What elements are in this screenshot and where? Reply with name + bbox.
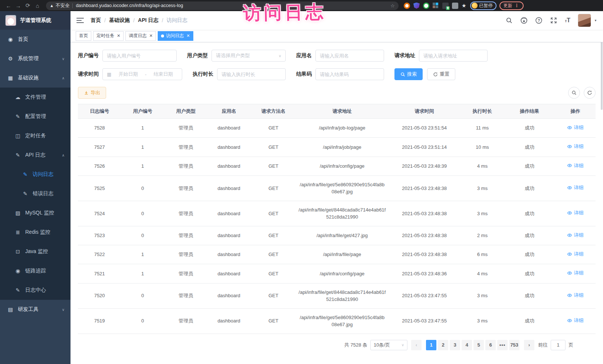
address-bar[interactable]: ▲ 不安全 dashboard.yudao.iocoder.cn/infra/l… (46, 1, 399, 10)
prev-page-button[interactable]: ‹ (411, 340, 422, 350)
extension-badge-icon[interactable]: 首 (442, 3, 449, 9)
reset-button[interactable]: 重置 (427, 68, 455, 80)
sidebar-item[interactable]: ✎ 日志中心 (0, 281, 71, 300)
cell-url: /api/infra/config/page (296, 157, 388, 176)
hamburger-icon[interactable] (76, 18, 84, 23)
home-icon[interactable]: ⌂ (33, 1, 42, 10)
detail-link[interactable]: 详细 (567, 269, 583, 277)
sidebar-item[interactable]: ≣ Redis 监控 (0, 223, 71, 242)
access-log-table: 日志编号用户编号用户类型应用名请求方法名请求地址请求时间执行时长操作结果操作 7… (78, 104, 596, 334)
sidebar-item[interactable]: ✎ API 日志 ∧ (0, 145, 71, 165)
user-avatar[interactable] (578, 14, 591, 27)
cell-log-id: 7526 (78, 157, 121, 176)
view-tag[interactable]: 定时任务 ✕ (93, 31, 124, 41)
sidebar-item[interactable]: ⊡ Java 监控 (0, 242, 71, 261)
extension-star-icon[interactable]: ★ (462, 3, 466, 9)
sidebar-item[interactable]: ▤ 研发工具 ∨ (0, 300, 71, 319)
view-tag[interactable]: 调度日志 ✕ (125, 31, 156, 41)
bookmark-star-icon[interactable]: ☆ (390, 3, 395, 9)
sidebar-item[interactable]: ✎ 错误日志 (0, 184, 71, 203)
page-size-select[interactable]: 10条/页 ∨ (370, 340, 407, 350)
page-button[interactable]: 6 (485, 340, 496, 350)
detail-link[interactable]: 详细 (567, 162, 583, 170)
page-button[interactable]: 4 (462, 340, 472, 350)
sidebar-item[interactable]: ◫ 定时任务 (0, 126, 71, 145)
breadcrumb-item[interactable]: API 日志 (138, 17, 158, 24)
forward-icon[interactable]: → (13, 1, 23, 10)
page-buttons: 1 2 3 4 5 6 ••• 753 (425, 340, 520, 350)
page-button[interactable]: 753 (509, 340, 520, 350)
breadcrumb-item[interactable]: 基础设施 (109, 17, 130, 24)
scrollbar[interactable] (601, 11, 603, 364)
breadcrumb-item[interactable]: 首页 (91, 17, 101, 24)
tag-close-icon[interactable]: ✕ (117, 33, 120, 38)
extension-icon[interactable] (423, 3, 429, 9)
goto-page-input[interactable] (551, 340, 566, 350)
sidebar-item[interactable]: ▦ 基础设施 ∧ (0, 68, 71, 88)
sidebar-item[interactable]: ✎ 访问日志 (0, 165, 71, 184)
cell-result: 成功 (504, 308, 555, 334)
tag-close-icon[interactable]: ✕ (186, 33, 190, 38)
sidebar-logo[interactable]: 芋道管理系统 (0, 11, 71, 30)
detail-link[interactable]: 详细 (567, 317, 583, 324)
fullscreen-icon[interactable] (550, 17, 557, 24)
sidebar-item[interactable]: ⚙ 系统管理 ∨ (0, 49, 71, 68)
view-tag[interactable]: 访问日志 ✕ (158, 31, 193, 41)
menu-item-label: MySQL 监控 (25, 210, 54, 216)
view-tag[interactable]: 首页 ✕ (76, 31, 91, 41)
sidebar-item[interactable]: ✎ 配置管理 (0, 107, 71, 126)
security-warning-icon[interactable]: ▲ (50, 3, 54, 8)
browser-menu-icon[interactable]: ⋮ (515, 3, 520, 8)
page-button[interactable]: 3 (450, 340, 460, 350)
app-title: 芋道管理系统 (20, 17, 51, 24)
extension-grid-icon[interactable] (433, 3, 439, 9)
hide-search-button[interactable] (568, 87, 580, 99)
user-type-select[interactable]: 请选择用户类型 ∨ (212, 50, 286, 62)
user-id-input[interactable] (102, 50, 177, 62)
search-icon[interactable] (505, 17, 513, 24)
detail-link[interactable]: 详细 (567, 292, 583, 299)
app-name-input[interactable] (315, 50, 384, 62)
cell-user-id: 0 (121, 226, 164, 245)
reload-icon[interactable]: ⟳ (23, 1, 33, 10)
detail-link[interactable]: 详细 (567, 184, 583, 191)
extension-shield-icon[interactable] (413, 3, 420, 9)
detail-link[interactable]: 详细 (567, 209, 583, 217)
sidebar-item[interactable]: ◉ 链路追踪 (0, 261, 71, 281)
url-text[interactable]: dashboard.yudao.iocoder.cn/infra/log/api… (76, 3, 183, 8)
detail-link[interactable]: 详细 (567, 143, 583, 150)
tag-close-icon[interactable]: ✕ (149, 33, 153, 38)
font-size-icon[interactable]: тT (565, 17, 570, 24)
cell-method: GET (250, 119, 296, 138)
export-button[interactable]: 导出 (78, 87, 106, 99)
detail-link[interactable]: 详细 (567, 250, 583, 258)
detail-link[interactable]: 详细 (567, 232, 583, 239)
help-icon[interactable]: ? (535, 17, 543, 24)
browser-profile-chip[interactable]: 已暂停 (470, 1, 497, 10)
browser-update-button[interactable]: 更新 ⋮ (499, 1, 524, 10)
page-button[interactable]: 2 (438, 340, 448, 350)
duration-input[interactable] (217, 68, 286, 80)
sidebar-item[interactable]: ☁ 文件管理 (0, 88, 71, 107)
detail-link[interactable]: 详细 (567, 124, 583, 131)
back-icon[interactable]: ← (4, 1, 13, 10)
github-icon[interactable] (520, 17, 528, 24)
page-button[interactable]: ••• (497, 340, 508, 350)
search-button[interactable]: 搜索 (394, 68, 423, 80)
sidebar-item[interactable]: ▨ MySQL 监控 (0, 203, 71, 223)
date-range-picker[interactable]: ▦ 开始日期 - 结束日期 (102, 68, 182, 80)
cell-app: dashboard (207, 283, 250, 308)
user-menu[interactable]: ▼ (578, 14, 597, 27)
next-page-button[interactable]: › (524, 340, 534, 350)
page-button[interactable]: 5 (473, 340, 484, 350)
security-label[interactable]: 不安全 (56, 3, 70, 9)
sidebar-item[interactable]: ◉ 首页 (0, 30, 71, 49)
extension-icon[interactable] (404, 3, 410, 9)
result-code-input[interactable] (315, 68, 384, 80)
extension-icon[interactable] (452, 3, 458, 9)
request-url-input[interactable] (419, 50, 488, 62)
page-button[interactable]: 1 (426, 340, 436, 350)
cell-method: GET (250, 264, 296, 283)
filter-label: 请求地址 (394, 52, 415, 59)
refresh-button[interactable] (584, 87, 596, 99)
